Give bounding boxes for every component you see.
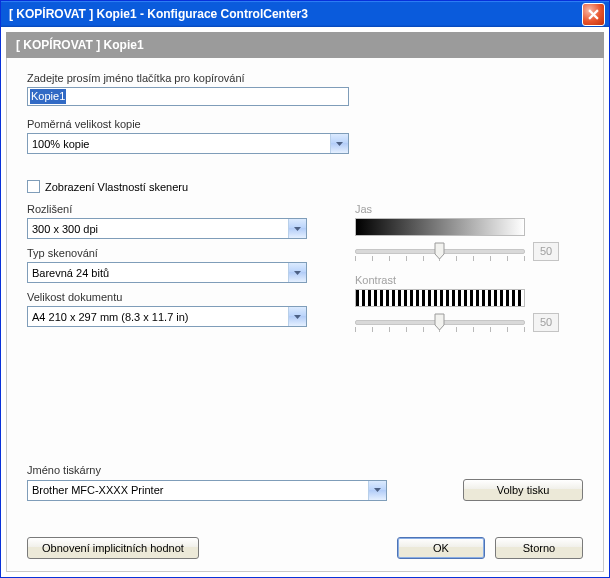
resolution-label: Rozlišení [27, 203, 307, 215]
content-area: Zadejte prosím jméno tlačítka pro kopíro… [6, 58, 604, 572]
name-label: Zadejte prosím jméno tlačítka pro kopíro… [27, 72, 583, 84]
slider-thumb-icon [434, 313, 445, 331]
contrast-label: Kontrast [355, 274, 583, 286]
brightness-label: Jas [355, 203, 583, 215]
footer: Jméno tiskárny Brother MFC-XXXX Printer … [27, 464, 583, 559]
name-input-value: Kopie1 [30, 89, 66, 104]
window-title: [ KOPÍROVAT ] Kopie1 - Konfigurace Contr… [9, 7, 582, 21]
show-scanner-props-label: Zobrazení Vlastností skeneru [45, 181, 188, 193]
chevron-down-icon [288, 219, 306, 238]
cancel-button[interactable]: Storno [495, 537, 583, 559]
titlebar[interactable]: [ KOPÍROVAT ] Kopie1 - Konfigurace Contr… [1, 1, 609, 27]
scantype-select[interactable]: Barevná 24 bitů [27, 262, 307, 283]
name-input[interactable]: Kopie1 [27, 87, 349, 106]
section-header: [ KOPÍROVAT ] Kopie1 [6, 32, 604, 58]
contrast-preview [355, 289, 525, 307]
close-icon [588, 9, 599, 20]
brightness-slider[interactable] [355, 240, 525, 262]
resolution-select[interactable]: 300 x 300 dpi [27, 218, 307, 239]
chevron-down-icon [368, 481, 386, 500]
svg-marker-2 [336, 142, 343, 146]
checkbox-icon [27, 180, 40, 193]
resolution-value: 300 x 300 dpi [28, 223, 288, 235]
brightness-preview [355, 218, 525, 236]
slider-thumb-icon [434, 242, 445, 260]
scantype-value: Barevná 24 bitů [28, 267, 288, 279]
svg-marker-6 [374, 488, 381, 492]
dialog-window: [ KOPÍROVAT ] Kopie1 - Konfigurace Contr… [0, 0, 610, 578]
image-adjust-column: Jas 50 Kontrast [355, 203, 583, 333]
chevron-down-icon [288, 307, 306, 326]
ratio-select[interactable]: 100% kopie [27, 133, 349, 154]
close-button[interactable] [582, 3, 605, 26]
show-scanner-props-checkbox[interactable]: Zobrazení Vlastností skeneru [27, 180, 583, 193]
svg-marker-4 [294, 271, 301, 275]
ok-button[interactable]: OK [397, 537, 485, 559]
restore-defaults-button[interactable]: Obnovení implicitních hodnot [27, 537, 199, 559]
printer-value: Brother MFC-XXXX Printer [28, 484, 368, 496]
contrast-value: 50 [533, 313, 559, 332]
chevron-down-icon [288, 263, 306, 282]
docsize-label: Velikost dokumentu [27, 291, 307, 303]
print-options-button[interactable]: Volby tisku [463, 479, 583, 501]
chevron-down-icon [330, 134, 348, 153]
printer-select[interactable]: Brother MFC-XXXX Printer [27, 480, 387, 501]
ratio-value: 100% kopie [28, 138, 330, 150]
printer-label: Jméno tiskárny [27, 464, 583, 476]
docsize-select[interactable]: A4 210 x 297 mm (8.3 x 11.7 in) [27, 306, 307, 327]
scan-settings-column: Rozlišení 300 x 300 dpi Typ skenování Ba… [27, 203, 307, 333]
ratio-label: Poměrná velikost kopie [27, 118, 583, 130]
docsize-value: A4 210 x 297 mm (8.3 x 11.7 in) [28, 311, 288, 323]
svg-marker-5 [294, 315, 301, 319]
svg-marker-3 [294, 227, 301, 231]
brightness-value: 50 [533, 242, 559, 261]
scantype-label: Typ skenování [27, 247, 307, 259]
contrast-slider[interactable] [355, 311, 525, 333]
